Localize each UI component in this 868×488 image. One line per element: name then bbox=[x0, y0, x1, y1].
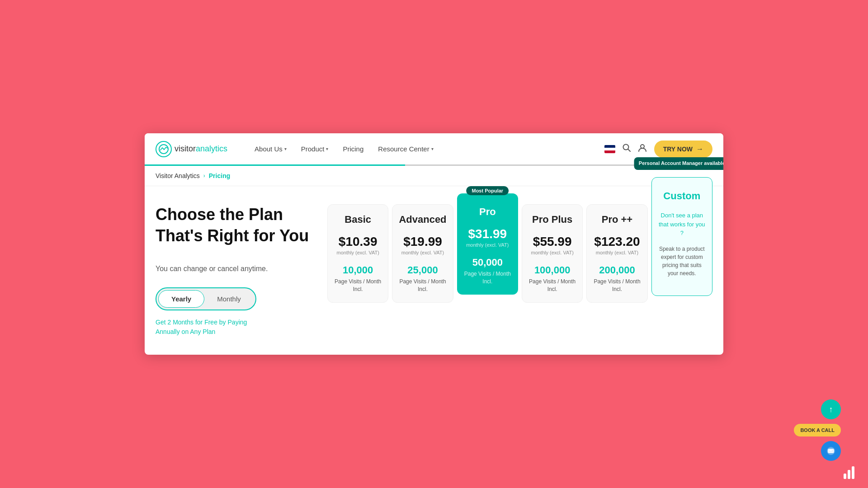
pricing-cards-container: Basic $10.39 monthly (excl. VAT) 10,000 … bbox=[327, 204, 712, 303]
logo-text: visitoranalytics bbox=[175, 144, 227, 154]
plan-visits-label-basic: Page Visits / Month Incl. bbox=[333, 278, 382, 293]
try-now-button[interactable]: TRY NOW → bbox=[654, 141, 712, 158]
arrow-up-icon: ↑ bbox=[829, 405, 833, 414]
custom-description-text: Speak to a product expert for custom pri… bbox=[657, 245, 707, 277]
plan-name-pro-plus: Pro Plus bbox=[528, 214, 577, 225]
plan-visits-label-pro-plus-plus: Page Visits / Month Incl. bbox=[592, 278, 642, 293]
plan-name-pro-plus-plus: Pro ++ bbox=[592, 214, 642, 225]
plan-visits-basic: 10,000 bbox=[333, 264, 382, 276]
plan-name-basic: Basic bbox=[333, 214, 382, 225]
plan-card-pro: Most Popular Pro $31.99 monthly (excl. V… bbox=[457, 193, 518, 295]
floating-buttons: ↑ BOOK A CALL bbox=[794, 399, 841, 461]
bar-chart-decoration bbox=[844, 466, 854, 479]
plan-visits-pro: 50,000 bbox=[462, 257, 513, 268]
user-account-button[interactable] bbox=[638, 143, 647, 155]
chevron-down-icon: ▾ bbox=[326, 146, 328, 151]
nav-pricing[interactable]: Pricing bbox=[343, 145, 363, 153]
chevron-down-icon: ▾ bbox=[284, 146, 287, 151]
bar-2 bbox=[848, 470, 850, 479]
plan-card-advanced: Advanced $19.99 monthly (excl. VAT) 25,0… bbox=[392, 204, 453, 303]
svg-line-2 bbox=[628, 149, 630, 151]
plan-billing-pro-plus-plus: monthly (excl. VAT) bbox=[592, 250, 642, 255]
plan-visits-label-pro: Page Visits / Month Incl. bbox=[462, 270, 513, 286]
bar-3 bbox=[852, 466, 854, 479]
plan-billing-advanced: monthly (excl. VAT) bbox=[398, 250, 447, 255]
main-content: Choose the Plan That's Right for You You… bbox=[145, 186, 723, 355]
bar-1 bbox=[844, 474, 846, 479]
plan-card-basic: Basic $10.39 monthly (excl. VAT) 10,000 … bbox=[327, 204, 388, 303]
plan-visits-pro-plus-plus: 200,000 bbox=[592, 264, 642, 276]
plan-billing-basic: monthly (excl. VAT) bbox=[333, 250, 382, 255]
custom-no-plan-text: Don't see a plan that works for you ? bbox=[657, 211, 707, 238]
plan-visits-advanced: 25,000 bbox=[398, 264, 447, 276]
breadcrumb-current-page: Pricing bbox=[209, 172, 230, 179]
chevron-down-icon: ▾ bbox=[431, 146, 434, 151]
plan-name-pro: Pro bbox=[462, 206, 513, 218]
plan-visits-label-advanced: Page Visits / Month Incl. bbox=[398, 278, 447, 293]
most-popular-badge: Most Popular bbox=[466, 186, 509, 195]
nav-resource-center[interactable]: Resource Center ▾ bbox=[378, 145, 433, 153]
logo[interactable]: visitoranalytics bbox=[156, 141, 227, 157]
chat-button[interactable] bbox=[821, 441, 841, 461]
logo-icon bbox=[156, 141, 172, 157]
personal-account-badge: Personal Account Manager available bbox=[634, 157, 723, 169]
plan-billing-pro-plus: monthly (excl. VAT) bbox=[528, 250, 577, 255]
language-flag-icon[interactable] bbox=[604, 145, 615, 153]
pricing-layout: Choose the Plan That's Right for You You… bbox=[156, 204, 712, 337]
search-button[interactable] bbox=[623, 144, 631, 154]
left-panel: Choose the Plan That's Right for You You… bbox=[156, 204, 327, 337]
book-call-button[interactable]: BOOK A CALL bbox=[794, 424, 841, 436]
plan-card-pro-plus-plus: Pro ++ $123.20 monthly (excl. VAT) 200,0… bbox=[586, 204, 647, 303]
svg-point-3 bbox=[641, 145, 644, 148]
plan-name-advanced: Advanced bbox=[398, 214, 447, 225]
plan-price-pro-plus: $55.99 bbox=[528, 235, 577, 249]
billing-toggle: Yearly Monthly bbox=[156, 287, 256, 310]
plan-price-pro: $31.99 bbox=[462, 227, 513, 241]
plan-card-pro-plus: Pro Plus $55.99 monthly (excl. VAT) 100,… bbox=[522, 204, 583, 303]
yearly-toggle-button[interactable]: Yearly bbox=[158, 290, 204, 308]
nav-actions: TRY NOW → bbox=[604, 141, 712, 158]
monthly-toggle-button[interactable]: Monthly bbox=[204, 291, 254, 307]
plan-price-basic: $10.39 bbox=[333, 235, 382, 249]
arrow-right-icon: → bbox=[696, 145, 703, 153]
plan-visits-pro-plus: 100,000 bbox=[528, 264, 577, 276]
nav-about-us[interactable]: About Us ▾ bbox=[255, 145, 287, 153]
plan-price-advanced: $19.99 bbox=[398, 235, 447, 249]
subtitle-text: You can change or cancel anytime. bbox=[156, 265, 316, 273]
breadcrumb-separator: › bbox=[203, 173, 205, 179]
plan-visits-label-pro-plus: Page Visits / Month Incl. bbox=[528, 278, 577, 293]
browser-window: visitoranalytics About Us ▾ Product ▾ Pr… bbox=[145, 133, 723, 355]
breadcrumb-home-link[interactable]: Visitor Analytics bbox=[156, 172, 200, 179]
promo-text: Get 2 Months for Free by Paying Annually… bbox=[156, 318, 264, 337]
plan-billing-pro: monthly (excl. VAT) bbox=[462, 242, 513, 248]
nav-links: About Us ▾ Product ▾ Pricing Resource Ce… bbox=[255, 145, 604, 153]
plan-name-custom: Custom bbox=[657, 190, 707, 202]
scroll-to-top-button[interactable]: ↑ bbox=[821, 399, 841, 419]
page-heading: Choose the Plan That's Right for You bbox=[156, 204, 316, 247]
nav-product[interactable]: Product ▾ bbox=[301, 145, 329, 153]
plan-price-pro-plus-plus: $123.20 bbox=[592, 235, 642, 249]
plan-card-custom: Personal Account Manager available Custo… bbox=[651, 177, 712, 296]
